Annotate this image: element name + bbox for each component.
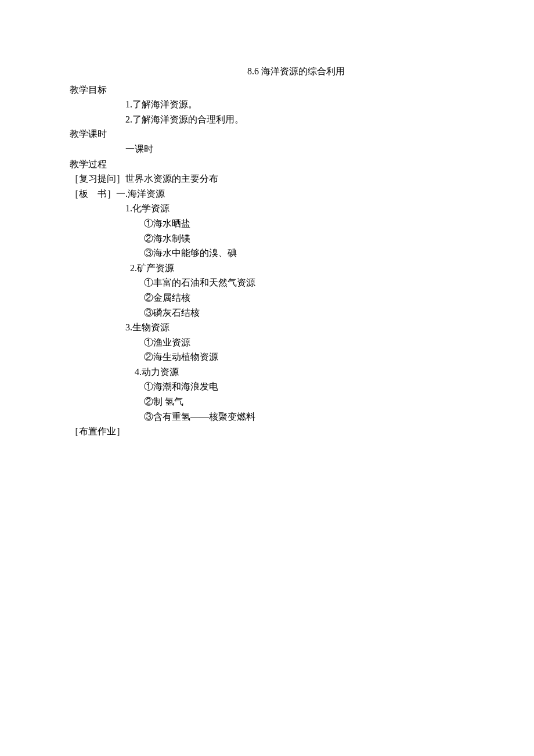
board-line: ［板 书］一.海洋资源 <box>70 186 464 201</box>
resource-item: ③磷灰石结核 <box>70 305 464 321</box>
resource-item: ②海水制镁 <box>70 231 464 246</box>
resource-item: ②制 氢气 <box>70 394 464 409</box>
resource-item: ①海潮和海浪发电 <box>70 379 464 394</box>
review-line: ［复习提问］世界水资源的主要分布 <box>70 171 464 186</box>
resource-item: ②金属结核 <box>70 290 464 305</box>
resource-heading: 2.矿产资源 <box>70 261 464 276</box>
objective-item: 2.了解海洋资源的合理利用。 <box>70 112 464 127</box>
resource-item: ②海生动植物资源 <box>70 350 464 365</box>
homework-heading: ［布置作业］ <box>70 424 464 439</box>
resource-item: ③海水中能够的溴、碘 <box>70 246 464 261</box>
review-label: ［复习提问］ <box>70 174 125 183</box>
resource-item: ③含有重氢——核聚变燃料 <box>70 409 464 424</box>
resource-item: ①渔业资源 <box>70 335 464 350</box>
board-heading: 一.海洋资源 <box>116 189 165 199</box>
resource-heading: 4.动力资源 <box>70 365 464 380</box>
board-label: ［板 书］ <box>70 189 116 199</box>
resource-heading: 1.化学资源 <box>70 201 464 216</box>
document-title: 8.6 海洋资源的综合利用 <box>70 64 464 79</box>
hours-heading: 教学课时 <box>70 127 464 142</box>
resource-heading: 3.生物资源 <box>70 320 464 335</box>
resource-item: ①丰富的石油和天然气资源 <box>70 275 464 290</box>
process-heading: 教学过程 <box>70 157 464 172</box>
review-text: 世界水资源的主要分布 <box>125 174 218 183</box>
objective-item: 1.了解海洋资源。 <box>70 97 464 112</box>
resource-item: ①海水晒盐 <box>70 216 464 231</box>
hours-text: 一课时 <box>70 142 464 157</box>
objectives-heading: 教学目标 <box>70 82 464 98</box>
